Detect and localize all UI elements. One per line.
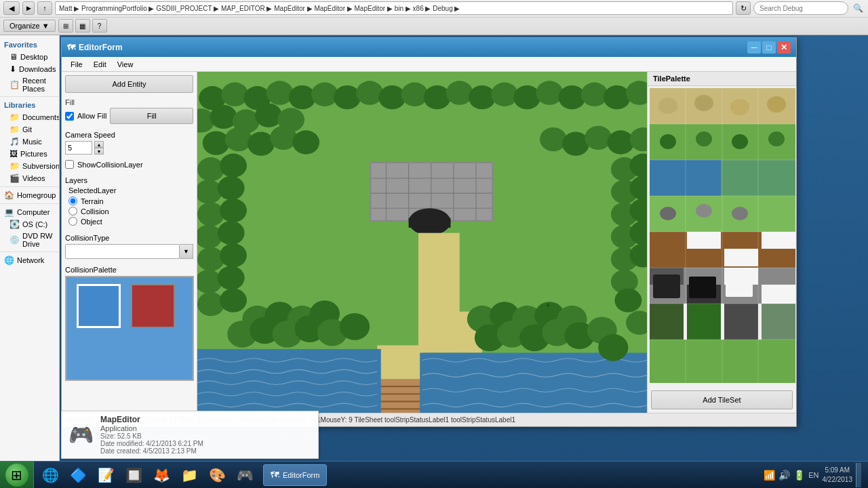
explorer-panel: Favorites 🖥 Desktop ⬇ Downloads 📋 Recent… bbox=[0, 35, 60, 462]
file-icon: 🎮 bbox=[68, 423, 94, 447]
svg-point-147 bbox=[768, 131, 785, 146]
svg-rect-117 bbox=[687, 232, 721, 249]
camera-section: Camera Speed ▲ ▼ bbox=[65, 131, 193, 155]
collision-type-dropdown[interactable] bbox=[65, 244, 180, 259]
object-radio-row: Object bbox=[68, 217, 190, 226]
svg-point-15 bbox=[513, 85, 540, 109]
svg-rect-118 bbox=[724, 249, 758, 266]
spinner-up-button[interactable]: ▲ bbox=[94, 141, 104, 148]
organize-button[interactable]: Organize ▼ bbox=[3, 20, 56, 32]
svg-point-22 bbox=[210, 105, 237, 129]
show-collision-checkbox[interactable] bbox=[65, 160, 74, 169]
explorer-item-desktop[interactable]: 🖥 Desktop bbox=[0, 51, 59, 63]
terrain-radio-row: Terrain bbox=[68, 197, 190, 205]
svg-point-4 bbox=[267, 81, 294, 104]
taskbar-pinned-vs[interactable]: 🔷 bbox=[65, 462, 91, 488]
explorer-item-recent[interactable]: 📋 Recent Places bbox=[0, 75, 59, 94]
explorer-item-videos[interactable]: 🎬 Videos bbox=[0, 172, 59, 184]
collision-swatch-blue-large[interactable] bbox=[66, 337, 194, 381]
svg-point-96 bbox=[340, 313, 370, 340]
add-tileset-button[interactable]: Add TileSet bbox=[651, 390, 793, 409]
spinner-down-button[interactable]: ▼ bbox=[94, 148, 104, 155]
up-btn[interactable]: ↑ bbox=[37, 1, 52, 15]
taskbar-pinned-code[interactable]: 📝 bbox=[93, 462, 119, 488]
tray-language: EN bbox=[808, 471, 818, 479]
explorer-item-network[interactable]: 🌐 Network bbox=[0, 254, 59, 266]
tile-palette-header: TilePalette bbox=[648, 72, 796, 86]
terrain-radio[interactable] bbox=[68, 197, 77, 205]
search-btn[interactable]: 🔍 bbox=[851, 1, 865, 15]
back-btn[interactable]: ◀ bbox=[3, 1, 20, 15]
map-editor-area[interactable]: + bbox=[197, 72, 647, 413]
tray-clock[interactable]: 5:09 AM 4/22/2013 bbox=[823, 466, 853, 485]
explorer-item-downloads[interactable]: ⬇ Downloads bbox=[0, 63, 59, 75]
explorer-item-documents[interactable]: 📁 Documents bbox=[0, 111, 59, 123]
tile-palette-canvas[interactable] bbox=[648, 86, 796, 387]
help-btn[interactable]: ? bbox=[92, 19, 107, 33]
collision-type-dropdown-row: ▼ bbox=[65, 244, 193, 259]
dvd-icon: 💿 bbox=[9, 235, 20, 245]
window-controls: ─ □ ✕ bbox=[747, 41, 791, 54]
layers-label: Layers bbox=[65, 176, 193, 184]
menu-file[interactable]: File bbox=[65, 59, 88, 70]
explorer-item-homegroup[interactable]: 🏠 Homegroup bbox=[0, 189, 59, 201]
maximize-button[interactable]: □ bbox=[762, 41, 776, 54]
view-btn2[interactable]: ▦ bbox=[75, 19, 90, 33]
address-path[interactable]: Matt ▶ ProgrammingPortfolio ▶ GSDIII_PRO… bbox=[55, 1, 733, 15]
add-entity-button[interactable]: Add Entity bbox=[65, 75, 193, 93]
show-desktop-button[interactable] bbox=[856, 463, 861, 487]
svg-point-142 bbox=[730, 99, 749, 115]
taskbar-pinned-ie[interactable]: 🌐 bbox=[37, 462, 63, 488]
menu-view[interactable]: View bbox=[112, 59, 139, 70]
svg-point-8 bbox=[356, 81, 383, 104]
view-btn1[interactable]: ⊞ bbox=[58, 19, 73, 33]
taskbar-pinned-unity[interactable]: 🔲 bbox=[121, 462, 146, 488]
tray-battery-icon: 🔋 bbox=[793, 470, 805, 481]
fill-section: Fill Allow Fill Fill bbox=[65, 96, 193, 125]
collision-label: Collision bbox=[81, 207, 109, 216]
search-input[interactable] bbox=[753, 1, 848, 15]
pictures-icon: 🖼 bbox=[9, 149, 18, 159]
collision-palette-label: CollisionPalette bbox=[65, 266, 193, 274]
dropdown-arrow[interactable]: ▼ bbox=[180, 244, 193, 259]
window-menubar: File Edit View bbox=[62, 57, 796, 72]
svg-point-31 bbox=[540, 127, 567, 151]
svg-point-39 bbox=[218, 176, 245, 200]
allow-fill-checkbox[interactable] bbox=[65, 112, 74, 121]
address-path-text: Matt ▶ ProgrammingPortfolio ▶ GSDIII_PRO… bbox=[59, 5, 460, 12]
collision-radio[interactable] bbox=[68, 207, 77, 216]
svg-rect-151 bbox=[653, 274, 680, 298]
refresh-btn[interactable]: ↻ bbox=[736, 1, 751, 15]
selected-layer-label: SelectedLayer bbox=[68, 186, 193, 195]
explorer-item-pictures[interactable]: 🖼 Pictures bbox=[0, 148, 59, 160]
documents-icon: 📁 bbox=[9, 113, 20, 122]
collision-palette-box[interactable] bbox=[65, 276, 194, 381]
camera-speed-input[interactable] bbox=[65, 141, 92, 155]
explorer-item-osc[interactable]: 💽 OS (C:) bbox=[0, 218, 59, 230]
object-radio[interactable] bbox=[68, 217, 77, 226]
close-button[interactable]: ✕ bbox=[777, 41, 791, 54]
taskbar-active-window[interactable]: 🗺 EditorForm bbox=[263, 464, 327, 486]
fill-button[interactable]: Fill bbox=[110, 108, 193, 124]
collision-swatch-red[interactable] bbox=[131, 284, 175, 328]
taskbar-pinned-games[interactable]: 🎮 bbox=[232, 462, 258, 488]
svg-point-41 bbox=[220, 199, 247, 222]
svg-rect-85 bbox=[197, 349, 381, 413]
collision-swatch-blue[interactable] bbox=[77, 284, 121, 328]
forward-btn[interactable]: ▶ bbox=[22, 1, 35, 15]
taskbar-pinned-explorer[interactable]: 📁 bbox=[176, 462, 202, 488]
explorer-item-subversion[interactable]: 📁 Subversion bbox=[0, 160, 59, 172]
taskbar-pinned-paint[interactable]: 🎨 bbox=[204, 462, 230, 488]
taskbar-pinned-browser[interactable]: 🦊 bbox=[149, 462, 174, 488]
explorer-item-computer[interactable]: 💻 Computer bbox=[0, 206, 59, 218]
menu-edit[interactable]: Edit bbox=[88, 59, 112, 70]
explorer-item-git[interactable]: 📁 Git bbox=[0, 123, 59, 136]
explorer-item-music[interactable]: 🎵 Music bbox=[0, 136, 59, 148]
minimize-button[interactable]: ─ bbox=[747, 41, 761, 54]
editor-window: 🗺 EditorForm ─ □ ✕ File Edit View Add En… bbox=[61, 37, 797, 427]
explorer-item-dvd[interactable]: 💿 DVD RW Drive bbox=[0, 230, 59, 249]
file-created: Date created: 4/5/2013 2:13 PM bbox=[100, 447, 203, 455]
start-button[interactable]: ⊞ bbox=[0, 462, 34, 489]
svg-rect-128 bbox=[762, 304, 795, 340]
svg-point-61 bbox=[614, 288, 642, 312]
